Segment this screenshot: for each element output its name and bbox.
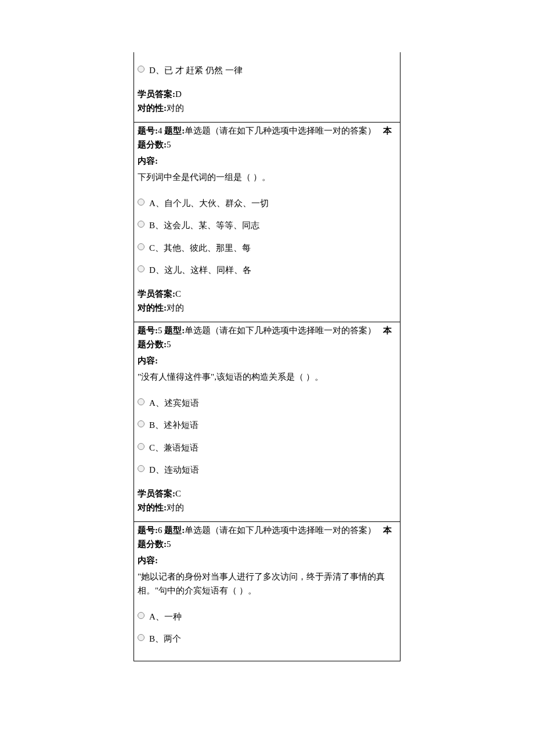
q-type-value: 单选题（请在如下几种选项中选择唯一对的答案） bbox=[185, 126, 376, 135]
option-text: B、这会儿、某、等等、同志 bbox=[149, 219, 259, 232]
q-type-value: 单选题（请在如下几种选项中选择唯一对的答案） bbox=[185, 525, 376, 535]
radio-icon bbox=[138, 443, 145, 450]
q-score-value: 5 bbox=[167, 140, 171, 149]
q-type-label: 题型: bbox=[164, 326, 185, 335]
q-number: 4 bbox=[158, 126, 163, 135]
option-text: B、两个 bbox=[149, 632, 181, 646]
q-score-value: 5 bbox=[167, 340, 171, 349]
radio-icon bbox=[138, 265, 145, 272]
correct-value: 对的 bbox=[167, 303, 184, 312]
q4-option-b[interactable]: B、这会儿、某、等等、同志 bbox=[138, 219, 396, 232]
q6-header: 题号:6 题型:单选题（请在如下几种选项中选择唯一对的答案） 本题分数:5 bbox=[134, 522, 400, 552]
radio-icon bbox=[138, 66, 145, 73]
correctness: 对的性:对的 bbox=[138, 501, 396, 514]
q5-option-a[interactable]: A、述宾短语 bbox=[138, 397, 396, 410]
option-text: A、一种 bbox=[149, 610, 182, 624]
q4-option-c[interactable]: C、其他、彼此、那里、每 bbox=[138, 242, 396, 255]
q-number-label: 题号: bbox=[138, 525, 158, 535]
option-text: A、自个儿、大伙、群众、一切 bbox=[149, 197, 269, 210]
q4-option-a[interactable]: A、自个儿、大伙、群众、一切 bbox=[138, 197, 396, 210]
option-text: B、述补短语 bbox=[149, 419, 199, 432]
q4-answer-block: 学员答案:C 对的性:对的 bbox=[138, 287, 396, 315]
q5-option-b[interactable]: B、述补短语 bbox=[138, 419, 396, 432]
q6-content-text: "她以记者的身份对当事人进行了多次访问，终于弄清了事情的真相。"句中的介宾短语有… bbox=[134, 568, 400, 599]
radio-icon bbox=[138, 465, 145, 472]
radio-icon bbox=[138, 199, 145, 206]
correct-label: 对的性: bbox=[138, 303, 167, 312]
student-answer: 学员答案:C bbox=[138, 487, 396, 501]
answer-label: 学员答案: bbox=[138, 89, 175, 99]
q-number-label: 题号: bbox=[138, 326, 158, 335]
correct-value: 对的 bbox=[167, 103, 184, 113]
q4-header: 题号:4 题型:单选题（请在如下几种选项中选择唯一对的答案） 本题分数:5 bbox=[134, 123, 400, 153]
radio-icon bbox=[138, 420, 145, 427]
q5-option-c[interactable]: C、兼语短语 bbox=[138, 441, 396, 455]
correctness: 对的性:对的 bbox=[138, 301, 396, 315]
option-text: D、已 才 赶紧 仍然 一律 bbox=[149, 64, 243, 77]
option-text: C、兼语短语 bbox=[149, 441, 199, 455]
q6-content-label: 内容: bbox=[134, 552, 400, 568]
q5-content-text: "没有人懂得这件事",该短语的构造关系是（ ）。 bbox=[134, 369, 400, 385]
q-type-value: 单选题（请在如下几种选项中选择唯一对的答案） bbox=[185, 326, 376, 335]
option-text: A、述宾短语 bbox=[149, 397, 199, 410]
q4-options: A、自个儿、大伙、群众、一切 B、这会儿、某、等等、同志 C、其他、彼此、那里、… bbox=[134, 185, 400, 322]
option-text: D、连动短语 bbox=[149, 463, 199, 477]
radio-icon bbox=[138, 634, 145, 641]
question-3-tail: D、已 才 赶紧 仍然 一律 学员答案:D 对的性:对的 bbox=[134, 52, 400, 122]
radio-icon bbox=[138, 243, 145, 250]
q3-option-d[interactable]: D、已 才 赶紧 仍然 一律 bbox=[138, 64, 396, 77]
answer-value: D bbox=[175, 89, 182, 99]
q6-option-b[interactable]: B、两个 bbox=[138, 632, 396, 646]
correct-value: 对的 bbox=[167, 503, 184, 512]
q4-content-label: 内容: bbox=[134, 153, 400, 169]
q4-option-d[interactable]: D、这儿、这样、同样、各 bbox=[138, 264, 396, 277]
radio-icon bbox=[138, 221, 145, 228]
answer-value: C bbox=[175, 489, 181, 498]
q5-header: 题号:5 题型:单选题（请在如下几种选项中选择唯一对的答案） 本题分数:5 bbox=[134, 322, 400, 352]
quiz-container: D、已 才 赶紧 仍然 一律 学员答案:D 对的性:对的 题号:4 题型:单选题… bbox=[134, 52, 400, 661]
student-answer: 学员答案:C bbox=[138, 287, 396, 301]
q5-options: A、述宾短语 B、述补短语 C、兼语短语 D、连动短语 学员答案:C 对的性:对… bbox=[134, 385, 400, 521]
q5-option-d[interactable]: D、连动短语 bbox=[138, 463, 396, 477]
correctness: 对的性:对的 bbox=[138, 102, 396, 115]
radio-icon bbox=[138, 398, 145, 405]
student-answer: 学员答案:D bbox=[138, 88, 396, 101]
q-number: 6 bbox=[158, 525, 163, 535]
answer-label: 学员答案: bbox=[138, 489, 175, 498]
q6-option-a[interactable]: A、一种 bbox=[138, 610, 396, 624]
correct-label: 对的性: bbox=[138, 103, 167, 113]
option-text: C、其他、彼此、那里、每 bbox=[149, 242, 251, 255]
q4-content-text: 下列词中全是代词的一组是（ ）。 bbox=[134, 169, 400, 185]
radio-icon bbox=[138, 612, 145, 619]
q-number: 5 bbox=[158, 326, 163, 335]
q-type-label: 题型: bbox=[164, 525, 185, 535]
q3-answer-block: 学员答案:D 对的性:对的 bbox=[138, 88, 396, 115]
q5-content-label: 内容: bbox=[134, 352, 400, 369]
answer-value: C bbox=[175, 289, 181, 298]
answer-label: 学员答案: bbox=[138, 289, 175, 298]
q-score-value: 5 bbox=[167, 539, 171, 549]
q-number-label: 题号: bbox=[138, 126, 158, 135]
correct-label: 对的性: bbox=[138, 503, 167, 512]
q-type-label: 题型: bbox=[164, 126, 185, 135]
q5-answer-block: 学员答案:C 对的性:对的 bbox=[138, 487, 396, 514]
q6-options: A、一种 B、两个 bbox=[134, 599, 400, 661]
option-text: D、这儿、这样、同样、各 bbox=[149, 264, 251, 277]
